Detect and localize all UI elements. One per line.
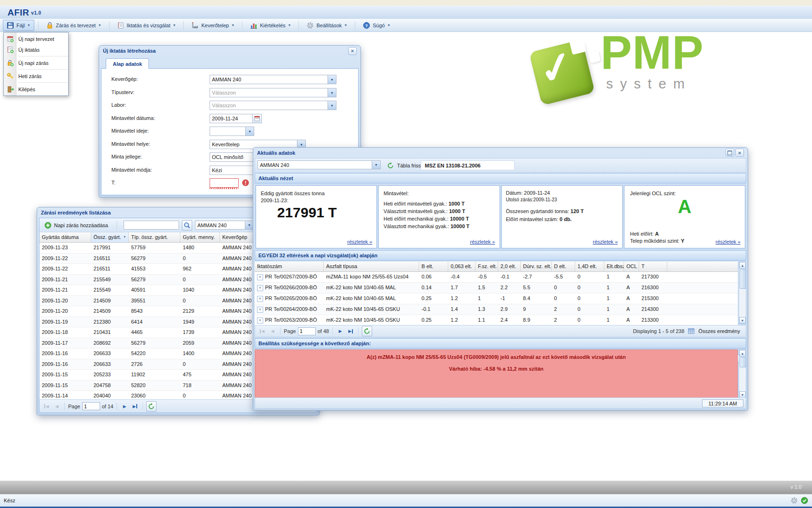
scrollbar-thumb[interactable] (740, 357, 746, 367)
column-header-0-063-elt[interactable]: 0,063 elt. (448, 262, 476, 271)
toolbar-menu-fajl[interactable]: Fájl▼ (3, 20, 34, 31)
reszletek-link[interactable]: részletek » (470, 239, 495, 245)
column-header-durv-sz-elt[interactable]: Dúrv. sz. elt. (521, 262, 552, 271)
zarasi-mixer-combo[interactable]: AMMAN 240 ▼ (195, 221, 254, 230)
reszletek-link[interactable]: részletek » (593, 239, 618, 245)
t-input[interactable] (210, 178, 239, 188)
date-input[interactable]: 2009-11-24 (210, 114, 253, 123)
scroll-down-icon[interactable]: ▼ (739, 317, 746, 324)
search-icon[interactable] (182, 220, 192, 230)
aktualis-titlebar[interactable]: Aktuális adatok × (253, 148, 748, 158)
chevron-down-icon[interactable]: ▼ (328, 75, 336, 84)
restore-icon[interactable] (726, 149, 734, 157)
column-header-aszfalt-tipusa[interactable]: Aszfalt típusa (324, 262, 419, 271)
toolbar-menu-keverotelep[interactable]: Keverőtelep▼ (187, 20, 238, 31)
table-row[interactable]: +PR Te/00263/2009-BÖmK-22 koto NM 10/45-… (255, 315, 738, 326)
toolbar-menu-kiertekeles[interactable]: Kiértékelés▼ (246, 20, 295, 31)
menu-separator (18, 82, 68, 83)
egyedi-next-page-button[interactable]: ▶ (336, 327, 344, 335)
egyedi-prev-page-button[interactable]: ◀ (268, 327, 277, 335)
scroll-down-icon[interactable]: ▼ (739, 391, 746, 398)
chevron-down-icon[interactable]: ▼ (245, 127, 254, 135)
column-header-b-elt[interactable]: B elt. (419, 262, 448, 271)
refresh-icon[interactable] (387, 162, 394, 169)
zarasi-refresh-button[interactable] (146, 401, 156, 412)
egyedi-page-of-label: of 48 (318, 328, 329, 334)
scrollbar-thumb[interactable] (740, 269, 746, 289)
combo-keverogep[interactable]: AMMAN 240▼ (210, 75, 336, 84)
menu-item-heti-zaras[interactable]: Heti zárás (4, 71, 68, 81)
scroll-up-icon[interactable]: ▲ (739, 350, 746, 357)
table-cell: 210431 (91, 327, 129, 338)
table-row[interactable]: +PR Te/00267/2009-BÖmZMA-11 kopo NM 25/5… (255, 272, 738, 283)
scroll-up-icon[interactable]: ▲ (739, 262, 746, 269)
all-results-label[interactable]: Összes eredmény (698, 328, 740, 334)
close-icon[interactable]: × (735, 149, 744, 157)
reszletek-link[interactable]: részletek » (716, 239, 741, 245)
egyedi-refresh-button[interactable] (362, 326, 372, 336)
column-header-gyartas-datuma[interactable]: Gyártás dátuma (39, 232, 91, 242)
calendar-icon[interactable] (253, 114, 262, 123)
chevron-down-icon[interactable]: ▼ (372, 161, 380, 169)
toolbar-menu-beallitasok[interactable]: Beállítások▼ (303, 20, 351, 31)
table-icon (687, 327, 695, 335)
table-row[interactable]: +PR Te/00266/2009-BÖmK-22 koto NM 10/40-… (255, 283, 738, 294)
zarasi-prev-page-button[interactable]: ◀ (53, 402, 61, 411)
status-gear-icon (790, 497, 798, 504)
menu-item-uj-iktatas[interactable]: Új iktatás (4, 44, 68, 55)
toolbar-menu-zaras-es-tervezet[interactable]: Zárás és tervezet▼ (42, 20, 105, 31)
zarasi-first-page-button[interactable]: ◀ (42, 402, 51, 411)
expand-icon[interactable]: + (257, 285, 263, 291)
column-header-ossz-gyart[interactable]: Össz. gyárt.▼ (91, 232, 129, 242)
expand-icon[interactable]: + (257, 318, 263, 324)
combo-mintavetel-ideje[interactable]: ▼ (210, 127, 254, 136)
egyedi-page-input[interactable] (298, 327, 316, 335)
chevron-down-icon[interactable]: ▼ (328, 101, 336, 110)
reszletek-link[interactable]: részletek » (347, 239, 372, 245)
menu-item-label: Új napi tervezet (18, 36, 54, 42)
column-header-tip-ossz-gyart[interactable]: Típ. össz. gyárt. (129, 232, 180, 242)
expand-icon[interactable]: + (257, 307, 263, 313)
table-cell: 1739 (180, 327, 220, 338)
alert-scrollbar[interactable]: ▲ ▼ (739, 349, 746, 398)
column-header-gyart-menny[interactable]: Gyárt. menny. (180, 232, 220, 242)
combo-tipusterv[interactable]: Válasszon▼ (210, 88, 336, 97)
table-cell: mK-22 koto NM 10/40-65 MAL (324, 294, 419, 304)
expand-icon[interactable]: + (257, 296, 263, 302)
column-header-t[interactable]: T (639, 262, 667, 271)
column-header-f-sz-elt[interactable]: F.sz. elt. (476, 262, 498, 271)
aktualis-mixer-combo[interactable]: AMMAN 240 ▼ (258, 160, 381, 169)
column-header-elt-dbsz[interactable]: Elt.dbsz (604, 262, 624, 271)
zarasi-last-page-button[interactable]: ▶ (131, 402, 139, 411)
add-napi-zaras-button[interactable]: Napi zárás hozzáadása (42, 221, 110, 230)
table-cell: 1.4 (448, 304, 476, 315)
zarasi-search-input[interactable] (124, 221, 179, 230)
chevron-down-icon: ▼ (173, 24, 176, 27)
chevron-down-icon[interactable]: ▼ (328, 88, 336, 97)
egyedi-last-page-button[interactable]: ▶ (346, 327, 355, 335)
egyedi-grid-scrollbar[interactable]: ▲ ▼ (739, 262, 746, 324)
egyedi-first-page-button[interactable]: ◀ (258, 327, 266, 335)
column-header-1-4d-elt[interactable]: 1,4D elt. (575, 262, 604, 271)
table-cell: 1 (604, 315, 624, 325)
table-cell: 8543 (129, 306, 180, 317)
table-cell: A (624, 283, 639, 293)
form-row-mintavetel-ideje: Mintavétel ideje:▼ (99, 127, 360, 137)
table-row[interactable]: +PR Te/00265/2009-BÖmK-22 koto NM 10/40-… (255, 294, 738, 304)
menu-item-uj-napi-tervezet[interactable]: Új napi tervezet (4, 33, 68, 44)
expand-icon[interactable]: + (257, 274, 263, 280)
column-header-iktatoszam[interactable]: Iktatószám (255, 262, 324, 271)
toolbar-menu-sugo[interactable]: ?Súgó▼ (359, 20, 394, 31)
table-cell: mK-22 koto NM 10/40-65 MAL (324, 283, 419, 293)
chevron-down-icon[interactable]: ▼ (245, 221, 253, 229)
zarasi-page-input[interactable] (82, 402, 100, 410)
column-header-d-elt[interactable]: D elt. (552, 262, 575, 271)
zarasi-next-page-button[interactable]: ▶ (120, 402, 129, 411)
menu-item-kilepes[interactable]: Kilépés (4, 84, 68, 95)
menu-item-uj-napi-zaras[interactable]: Új napi zárás (4, 57, 68, 68)
column-header-ocl[interactable]: OCL (624, 262, 639, 271)
combo-labor[interactable]: Válasszon▼ (210, 101, 336, 110)
column-header-2-0-elt[interactable]: 2,0 elt. (498, 262, 521, 271)
table-row[interactable]: +PR Te/00264/2009-BÖmK-22 koto NM 10/45-… (255, 304, 738, 315)
toolbar-menu-iktatas-es-vizsgalat[interactable]: Iktatás és vizsgálat▼ (113, 20, 180, 31)
